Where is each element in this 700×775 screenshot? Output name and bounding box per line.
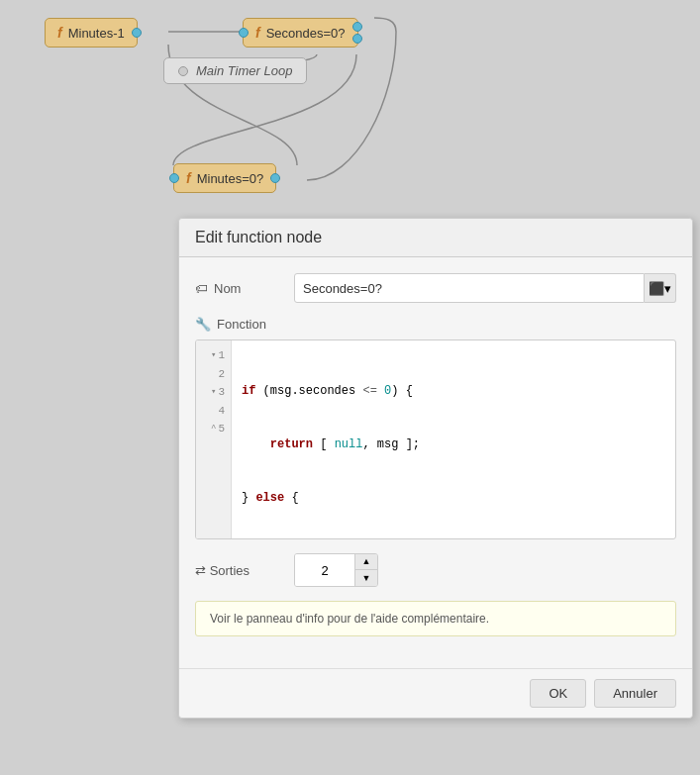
node-icon-secondes: f [255,25,260,41]
info-text: Voir le panneau d'info pour de l'aide co… [210,612,489,626]
spinner-up[interactable]: ▲ [355,554,377,570]
layout-icon: ⬛▾ [649,281,671,296]
cancel-button[interactable]: Annuler [594,679,676,708]
panel-title: Edit function node [179,219,692,257]
node-icon-minutes1: f [57,25,62,41]
fonction-section-label: 🔧 Fonction [195,317,676,332]
line-numbers: ▾1 2 ▾3 4 ^5 [196,340,232,538]
node-minutes1[interactable]: f Minutes-1 [45,18,138,48]
sorties-input-wrap: ▲ ▼ [294,553,378,587]
loop-label: Main Timer Loop [196,63,292,78]
node-dot-minutes1-right[interactable] [132,28,142,38]
loop-dot [178,66,188,76]
sorties-icon: ⇄ [195,563,206,578]
node-minutes0[interactable]: f Minutes=0? [173,163,276,193]
node-dot-minutes0-right[interactable] [270,173,280,183]
node-label-minutes1: Minutes-1 [68,26,125,41]
edit-panel: Edit function node 🏷 Nom ⬛▾ 🔧 Fonction [178,218,693,719]
ok-button[interactable]: OK [530,679,586,708]
nom-input-group: ⬛▾ [294,273,676,303]
wrench-icon: 🔧 [195,317,211,332]
nom-input[interactable] [294,273,645,303]
code-editor[interactable]: ▾1 2 ▾3 4 ^5 if (msg.secondes <= 0) { re… [195,339,676,539]
panel-body: 🏷 Nom ⬛▾ 🔧 Fonction ▾1 2 ▾3 4 [179,257,692,668]
node-dot-minutes0-left[interactable] [169,173,179,183]
tag-icon: 🏷 [195,281,208,296]
node-dot-secondes-right-bottom[interactable] [352,34,362,44]
sorties-label: ⇄ Sorties [195,563,294,578]
sorties-spinners: ▲ ▼ [354,554,377,586]
sorties-input[interactable] [295,554,354,586]
node-icon-minutes0: f [186,170,191,186]
flow-canvas: f Minutes-1 f Secondes=0? Main Timer Loo… [0,0,700,213]
nom-label: 🏷 Nom [195,281,294,296]
node-secondes[interactable]: f Secondes=0? [243,18,358,48]
node-label-minutes0: Minutes=0? [197,171,264,186]
spinner-down[interactable]: ▼ [355,570,377,586]
node-dot-secondes-left[interactable] [239,28,249,38]
node-dot-secondes-right-top[interactable] [352,22,362,32]
panel-footer: OK Annuler [179,668,692,718]
sorties-row: ⇄ Sorties ▲ ▼ [195,553,676,587]
nom-row: 🏷 Nom ⬛▾ [195,273,676,303]
node-label-secondes: Secondes=0? [266,26,346,41]
nom-btn-icon[interactable]: ⬛▾ [645,273,676,303]
node-main-timer-loop[interactable]: Main Timer Loop [163,57,307,84]
code-content[interactable]: if (msg.secondes <= 0) { return [ null, … [232,340,675,538]
info-box: Voir le panneau d'info pour de l'aide co… [195,601,676,636]
